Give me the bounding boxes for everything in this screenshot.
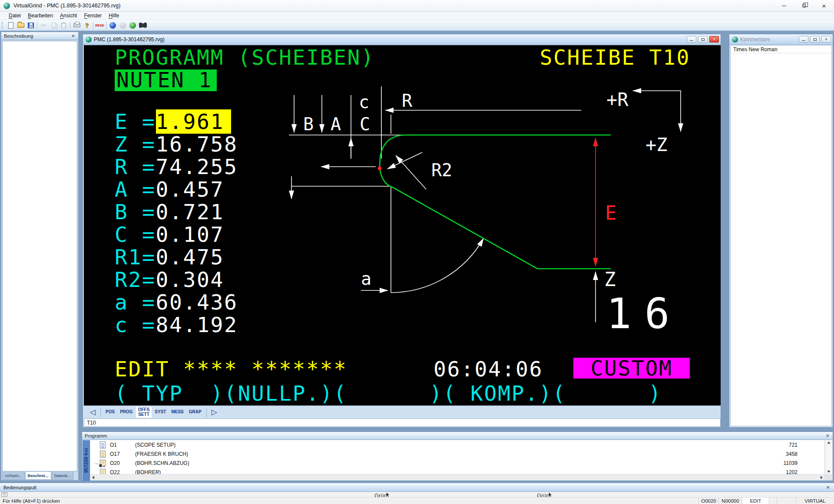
comments-title-bar[interactable]: Kommentare × xyxy=(729,34,833,45)
pmc-window-icon xyxy=(86,36,92,43)
label-C: C xyxy=(360,114,370,134)
copy-icon xyxy=(52,23,56,28)
search-binoculars-button[interactable] xyxy=(138,21,148,30)
program-description: (BOHRER) xyxy=(135,469,824,474)
param-label: R1= xyxy=(115,245,156,269)
help-button[interactable]: ? xyxy=(82,21,92,30)
program-number: O1 xyxy=(110,442,135,448)
softkey-syst[interactable]: SYST xyxy=(152,409,168,415)
comments-close-button[interactable]: × xyxy=(821,36,831,43)
program-row-o22[interactable]: O22(BOHRER)1202 xyxy=(90,468,824,474)
new-file-icon xyxy=(8,22,13,29)
description-panel-close-icon[interactable]: × xyxy=(70,33,76,38)
print-icon xyxy=(73,23,80,27)
edit-status-line: EDIT **** ******* xyxy=(115,359,347,379)
virtualgrind-blue-icon xyxy=(109,22,116,29)
softkey-next-icon[interactable]: ▷ xyxy=(209,408,220,416)
scroll-right-icon[interactable] xyxy=(821,476,823,479)
scroll-left-icon[interactable] xyxy=(92,476,94,479)
program-description: (FRAESER K BRUCH) xyxy=(135,451,824,457)
comments-restore-button[interactable] xyxy=(810,36,820,43)
open-file-icon xyxy=(17,23,24,28)
program-size: 11039 xyxy=(784,460,798,466)
menu-item-hilfe[interactable]: Hilfe xyxy=(105,12,122,19)
print-button[interactable] xyxy=(72,21,82,30)
pmc-close-button[interactable]: × xyxy=(709,36,719,43)
program-row-o17[interactable]: O17(FRAESER K BRUCH)3458 xyxy=(90,449,824,458)
program-title: PROGRAMM (SCHEIBEN) xyxy=(115,47,374,68)
softkey-pos[interactable]: POS xyxy=(103,409,117,415)
virtualgrind-green-button[interactable] xyxy=(128,21,138,30)
label-a: a xyxy=(361,269,371,289)
grinding-profile-curve xyxy=(380,135,611,269)
program-vertical-scrollbar[interactable] xyxy=(825,440,832,474)
separator xyxy=(206,408,207,417)
status-cell-empty-4 xyxy=(777,497,796,504)
minimize-icon xyxy=(690,40,693,41)
softkey-prev-icon[interactable]: ◁ xyxy=(87,408,98,416)
softkey-offs[interactable]: OFFSSETT xyxy=(136,407,152,418)
control-panel-header[interactable]: Bedienungspult × xyxy=(0,483,834,492)
scroll-down-icon[interactable] xyxy=(827,471,831,473)
label-A: A xyxy=(331,114,341,134)
param-label: a = xyxy=(115,290,156,314)
menu-item-datei[interactable]: Datei xyxy=(5,12,24,19)
softkey-mess[interactable]: MESS xyxy=(169,409,185,415)
virtualgrind-gray-button[interactable] xyxy=(118,21,128,30)
scroll-up-icon[interactable] xyxy=(827,441,831,444)
program-panel-header[interactable]: Programm × xyxy=(82,432,833,440)
reset-button[interactable]: RESE xyxy=(95,21,105,30)
minimize-button[interactable] xyxy=(774,0,794,11)
pmc-minimize-button[interactable] xyxy=(687,36,696,43)
drawing-labels: c R B A C R2 a E Z +R +Z 16 xyxy=(303,89,683,338)
tab-beschrei[interactable]: Beschrei... xyxy=(25,472,51,480)
param-value: 74.255 xyxy=(156,155,238,179)
toolbar-grip-icon[interactable] xyxy=(2,22,4,29)
cut-button[interactable]: ✂ xyxy=(39,21,49,30)
param-label: R2= xyxy=(115,267,156,292)
label-B: B xyxy=(303,114,314,134)
softkey-prog[interactable]: PROG xyxy=(118,409,135,415)
program-horizontal-scrollbar[interactable] xyxy=(90,474,824,480)
menu-item-ansicht[interactable]: Ansicht xyxy=(56,12,80,19)
comments-body[interactable]: Times New Roman xyxy=(730,45,832,426)
close-button[interactable]: × xyxy=(814,0,834,11)
tab-achsen[interactable]: Achsen... xyxy=(2,472,25,480)
description-panel-body[interactable] xyxy=(2,41,77,471)
param-row-z: Z =16.758 xyxy=(115,133,238,155)
program-description: (BOHR.SCHN.ABZUG) xyxy=(135,460,824,466)
comments-window-icon xyxy=(732,36,738,43)
param-row-a: A =0.457 xyxy=(115,178,238,201)
paste-button[interactable] xyxy=(59,21,69,30)
program-row-o1[interactable]: O1(SCOPE SETUP)721 xyxy=(90,440,824,449)
menu-item-fenster[interactable]: Fenster xyxy=(80,12,105,19)
param-row-c: C =0.107 xyxy=(115,223,238,246)
virtualgrind-blue-button[interactable] xyxy=(108,21,118,30)
pmc-title-bar[interactable]: PMC (1.895-3-301462795.rvg) × xyxy=(83,34,721,45)
softkey-grap[interactable]: GRAP xyxy=(187,409,204,415)
control-panel-close-icon[interactable]: × xyxy=(825,485,831,490)
menu-item-bearbeiten[interactable]: Bearbeiten xyxy=(24,12,56,19)
description-panel-header[interactable]: Beschreibung × xyxy=(1,32,78,40)
status-cell-o0020: O0020 xyxy=(698,497,718,504)
comment-font-row[interactable]: Times New Roman xyxy=(731,46,831,53)
program-size: 3458 xyxy=(786,451,798,457)
tab-datenb[interactable]: Datenb... xyxy=(52,472,74,480)
wheel-title: SCHEIBE T10 xyxy=(540,47,690,68)
restore-icon xyxy=(814,38,817,41)
label-c: c xyxy=(359,92,369,112)
label-Z: Z xyxy=(604,268,616,290)
mdi-input[interactable] xyxy=(84,418,721,427)
open-file-button[interactable] xyxy=(16,21,26,30)
save-file-button[interactable] xyxy=(26,21,36,30)
program-row-o20[interactable]: →O20(BOHR.SCHN.ABZUG)11039 xyxy=(90,458,824,468)
copy-button[interactable] xyxy=(49,21,59,30)
pmc-restore-button[interactable] xyxy=(698,36,708,43)
param-label: C = xyxy=(115,222,156,247)
title-bar[interactable]: VirtualGrind - PMC (1.895-3-301462795.rv… xyxy=(0,0,834,12)
program-panel-close-icon[interactable]: × xyxy=(825,433,830,438)
comments-minimize-button[interactable] xyxy=(799,36,808,43)
new-file-button[interactable] xyxy=(6,21,16,30)
param-row-c: c =84.192 xyxy=(115,313,238,336)
restore-button[interactable] xyxy=(794,0,814,11)
